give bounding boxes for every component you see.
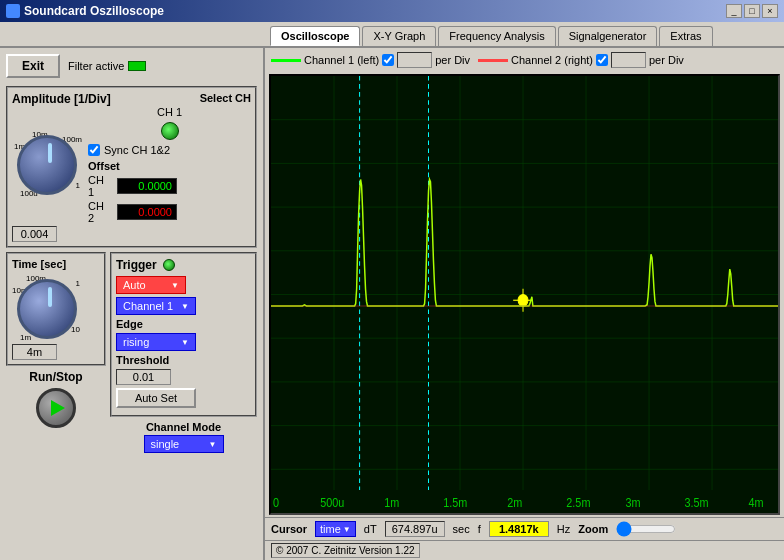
- minimize-button[interactable]: _: [726, 4, 742, 18]
- trigger-mode-row: Auto ▼: [116, 276, 251, 294]
- app-icon: [6, 4, 20, 18]
- cursor-label: Cursor: [271, 523, 307, 535]
- svg-text:3.5m: 3.5m: [684, 495, 708, 509]
- zoom-slider[interactable]: [616, 521, 676, 537]
- ch2-enable-checkbox[interactable]: [596, 54, 608, 66]
- copyright-text: © 2007 C. Zeitnitz Version 1.22: [271, 543, 420, 558]
- sync-label: Sync CH 1&2: [104, 144, 170, 156]
- ch1-per-div-label: per Div: [435, 54, 470, 66]
- amplitude-value-display: 0.004: [12, 226, 57, 242]
- trigger-ch-value: Channel 1: [123, 300, 173, 312]
- channel-mode-title: Channel Mode: [146, 421, 221, 433]
- dt-value: 674.897u: [385, 521, 445, 537]
- svg-text:500u: 500u: [320, 495, 344, 509]
- runstop-section: Run/Stop: [6, 370, 106, 428]
- auto-set-button[interactable]: Auto Set: [116, 388, 196, 408]
- threshold-value[interactable]: 0.01: [116, 369, 171, 385]
- trigger-ch-arrow: ▼: [181, 302, 189, 311]
- runstop-button[interactable]: [36, 388, 76, 428]
- app-title: Soundcard Oszilloscope: [24, 4, 164, 18]
- channel-controls: Channel 1 (left) 4m per Div Channel 2 (r…: [265, 48, 784, 72]
- ch1-per-div-input[interactable]: 4m: [397, 52, 432, 68]
- select-ch-label: Select CH: [200, 92, 251, 104]
- ch1-offset-label: CH 1: [88, 174, 113, 198]
- amplitude-title: Amplitude [1/Div]: [12, 92, 111, 106]
- filter-led: [128, 61, 146, 71]
- ch2-indicator: Channel 2 (right) 4m per Div: [478, 52, 684, 68]
- trigger-mode-dropdown[interactable]: Auto ▼: [116, 276, 186, 294]
- ch1-offset-value[interactable]: 0.0000: [117, 178, 177, 194]
- trigger-mode-arrow: ▼: [171, 281, 179, 290]
- dt-unit: sec: [453, 523, 470, 535]
- close-button[interactable]: ×: [762, 4, 778, 18]
- trigger-channel-dropdown[interactable]: Channel 1 ▼: [116, 297, 196, 315]
- title-bar: Soundcard Oszilloscope _ □ ×: [0, 0, 784, 22]
- trigger-edge-dropdown[interactable]: rising ▼: [116, 333, 196, 351]
- edge-label: Edge: [116, 318, 143, 330]
- maximize-button[interactable]: □: [744, 4, 760, 18]
- time-knob[interactable]: [17, 279, 77, 339]
- time-label-10: 10: [71, 325, 80, 334]
- trigger-edge-row: Edge: [116, 318, 251, 330]
- time-section: Time [sec] 100m 1 10m 10 1m: [6, 252, 106, 366]
- ch2-color-line: [478, 59, 508, 62]
- ch1-indicator: Channel 1 (left) 4m per Div: [271, 52, 470, 68]
- trigger-ch-row: Channel 1 ▼: [116, 297, 251, 315]
- sync-row: Sync CH 1&2: [88, 144, 251, 156]
- tab-frequency-analysis[interactable]: Frequency Analysis: [438, 26, 555, 46]
- svg-text:2m: 2m: [507, 495, 522, 509]
- channel-mode-section: Channel Mode single ▼: [110, 421, 257, 453]
- time-title: Time [sec]: [12, 258, 100, 270]
- right-panel: Channel 1 (left) 4m per Div Channel 2 (r…: [265, 48, 784, 560]
- tabs-bar: Oscilloscope X-Y Graph Frequency Analysi…: [0, 22, 784, 46]
- ch2-offset-row: CH 2 0.0000: [88, 200, 251, 224]
- offset-title: Offset: [88, 160, 251, 172]
- amp-label-1: 1: [76, 181, 80, 190]
- svg-text:1m: 1m: [384, 495, 399, 509]
- f-value: 1.4817k: [489, 521, 549, 537]
- amplitude-knob[interactable]: [17, 135, 77, 195]
- exit-button[interactable]: Exit: [6, 54, 60, 78]
- svg-text:1.5m: 1.5m: [443, 495, 467, 509]
- time-label-1m: 1m: [20, 333, 31, 342]
- offset-section: Offset CH 1 0.0000 CH 2 0.0000: [88, 160, 251, 224]
- zoom-label: Zoom: [578, 523, 608, 535]
- channel-mode-dropdown[interactable]: single ▼: [144, 435, 224, 453]
- ch2-offset-value[interactable]: 0.0000: [117, 204, 177, 220]
- tab-xy-graph[interactable]: X-Y Graph: [362, 26, 436, 46]
- ch1-label: CH 1: [157, 106, 182, 118]
- auto-set-row: Auto Set: [116, 388, 251, 408]
- cursor-mode-arrow: ▼: [343, 525, 351, 534]
- filter-active-indicator: Filter active: [68, 60, 146, 72]
- hz-label: Hz: [557, 523, 570, 535]
- tab-oscilloscope[interactable]: Oscilloscope: [270, 26, 360, 46]
- content-area: Exit Filter active Amplitude [1/Div] Sel…: [0, 46, 784, 560]
- trigger-mode-value: Auto: [123, 279, 146, 291]
- bottom-bar: Cursor time ▼ dT 674.897u sec f 1.4817k …: [265, 517, 784, 540]
- filter-label: Filter active: [68, 60, 124, 72]
- svg-text:3m: 3m: [625, 495, 640, 509]
- ch1-led[interactable]: [161, 122, 179, 140]
- threshold-label: Threshold: [116, 354, 169, 366]
- ch1-selector: CH 1: [88, 106, 251, 140]
- scope-display: 0 500u 1m 1.5m 2m 2.5m 3m 3.5m 4m Time […: [269, 74, 780, 515]
- cursor-mode-dropdown[interactable]: time ▼: [315, 521, 356, 537]
- amplitude-knob-indicator: [48, 143, 52, 163]
- svg-text:0: 0: [273, 495, 279, 509]
- trigger-threshold-value-row: 0.01: [116, 369, 251, 385]
- tab-signal-generator[interactable]: Signalgenerator: [558, 26, 658, 46]
- title-buttons: _ □ ×: [726, 4, 778, 18]
- channel-mode-value: single: [151, 438, 180, 450]
- trigger-section: Trigger Auto ▼ Channel 1: [110, 252, 257, 417]
- trigger-header: Trigger: [116, 258, 251, 272]
- ch2-per-div-input[interactable]: 4m: [611, 52, 646, 68]
- sync-checkbox[interactable]: [88, 144, 100, 156]
- svg-text:4m: 4m: [748, 495, 763, 509]
- tab-extras[interactable]: Extras: [659, 26, 712, 46]
- top-controls: Exit Filter active: [6, 54, 257, 78]
- channel-mode-arrow: ▼: [209, 440, 217, 449]
- runstop-title: Run/Stop: [29, 370, 82, 384]
- ch1-offset-row: CH 1 0.0000: [88, 174, 251, 198]
- trigger-edge-select-row: rising ▼: [116, 333, 251, 351]
- ch1-enable-checkbox[interactable]: [382, 54, 394, 66]
